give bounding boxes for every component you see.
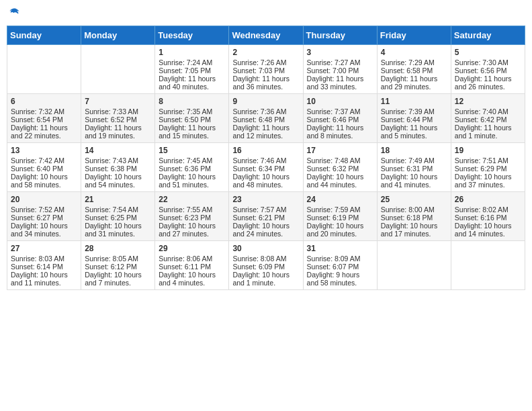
day-number: 13 — [11, 146, 77, 155]
sunset-text: Sunset: 6:12 PM — [85, 263, 137, 271]
day-number: 25 — [381, 195, 447, 204]
daylight-text: Daylight: 11 hours and 5 minutes. — [381, 124, 438, 140]
day-number: 15 — [159, 146, 225, 155]
sunset-text: Sunset: 7:05 PM — [159, 66, 211, 75]
day-number: 19 — [455, 146, 521, 155]
daylight-text: Daylight: 10 hours and 58 minutes. — [11, 173, 68, 189]
sunrise-text: Sunrise: 8:03 AM — [11, 255, 64, 263]
sunrise-text: Sunrise: 7:29 AM — [381, 58, 435, 66]
calendar-cell: 15 Sunrise: 7:45 AM Sunset: 6:36 PM Dayl… — [155, 143, 229, 192]
sunset-text: Sunset: 6:29 PM — [455, 165, 507, 173]
calendar-cell: 4 Sunrise: 7:29 AM Sunset: 6:58 PM Dayli… — [377, 45, 451, 94]
sunrise-text: Sunrise: 7:57 AM — [232, 205, 286, 214]
day-number: 14 — [85, 146, 151, 155]
calendar-cell: 31 Sunrise: 8:09 AM Sunset: 6:07 PM Dayl… — [303, 241, 377, 290]
sunrise-text: Sunrise: 7:42 AM — [11, 156, 64, 165]
calendar-cell: 13 Sunrise: 7:42 AM Sunset: 6:40 PM Dayl… — [7, 143, 81, 192]
sunrise-text: Sunrise: 7:30 AM — [455, 58, 508, 66]
calendar-cell: 21 Sunrise: 7:54 AM Sunset: 6:25 PM Dayl… — [81, 192, 155, 241]
sunset-text: Sunset: 6:36 PM — [159, 165, 211, 173]
logo-bird-icon — [8, 7, 21, 20]
calendar-cell: 19 Sunrise: 7:51 AM Sunset: 6:29 PM Dayl… — [451, 143, 525, 192]
day-number: 27 — [11, 244, 77, 253]
day-number: 17 — [307, 146, 373, 155]
daylight-text: Daylight: 10 hours and 37 minutes. — [455, 173, 512, 189]
calendar-week-row: 6 Sunrise: 7:32 AM Sunset: 6:54 PM Dayli… — [7, 94, 525, 143]
daylight-text: Daylight: 10 hours and 17 minutes. — [381, 222, 438, 238]
calendar-cell: 25 Sunrise: 8:00 AM Sunset: 6:18 PM Dayl… — [377, 192, 451, 241]
calendar-week-row: 27 Sunrise: 8:03 AM Sunset: 6:14 PM Dayl… — [7, 241, 525, 290]
sunset-text: Sunset: 6:14 PM — [11, 263, 63, 271]
calendar-cell: 12 Sunrise: 7:40 AM Sunset: 6:42 PM Dayl… — [451, 94, 525, 143]
calendar-cell: 8 Sunrise: 7:35 AM Sunset: 6:50 PM Dayli… — [155, 94, 229, 143]
day-number: 20 — [11, 195, 77, 204]
sunset-text: Sunset: 6:31 PM — [381, 165, 433, 173]
daylight-text: Daylight: 10 hours and 31 minutes. — [85, 222, 142, 238]
sunset-text: Sunset: 6:19 PM — [307, 214, 359, 222]
sunset-text: Sunset: 6:44 PM — [381, 116, 433, 124]
calendar-cell: 11 Sunrise: 7:39 AM Sunset: 6:44 PM Dayl… — [377, 94, 451, 143]
daylight-text: Daylight: 10 hours and 41 minutes. — [381, 173, 438, 189]
sunrise-text: Sunrise: 7:59 AM — [307, 205, 361, 214]
day-number: 9 — [232, 97, 299, 106]
sunrise-text: Sunrise: 7:54 AM — [85, 205, 138, 214]
sunset-text: Sunset: 6:11 PM — [159, 263, 211, 271]
column-header-tuesday: Tuesday — [155, 26, 229, 45]
calendar-cell: 27 Sunrise: 8:03 AM Sunset: 6:14 PM Dayl… — [7, 241, 81, 290]
calendar-cell: 26 Sunrise: 8:02 AM Sunset: 6:16 PM Dayl… — [451, 192, 525, 241]
sunrise-text: Sunrise: 7:46 AM — [232, 156, 286, 165]
day-number: 18 — [381, 146, 447, 155]
calendar-cell: 5 Sunrise: 7:30 AM Sunset: 6:56 PM Dayli… — [451, 45, 525, 94]
calendar-week-row: 1 Sunrise: 7:24 AM Sunset: 7:05 PM Dayli… — [7, 45, 525, 94]
daylight-text: Daylight: 10 hours and 44 minutes. — [307, 173, 364, 189]
calendar-cell — [377, 241, 451, 290]
daylight-text: Daylight: 10 hours and 14 minutes. — [455, 222, 512, 238]
sunset-text: Sunset: 6:40 PM — [11, 165, 63, 173]
column-header-saturday: Saturday — [451, 26, 525, 45]
daylight-text: Daylight: 10 hours and 4 minutes. — [159, 271, 216, 287]
day-number: 10 — [307, 97, 373, 106]
sunset-text: Sunset: 6:48 PM — [232, 116, 285, 124]
sunset-text: Sunset: 6:16 PM — [455, 214, 507, 222]
sunset-text: Sunset: 6:46 PM — [307, 116, 359, 124]
calendar-cell — [81, 45, 155, 94]
daylight-text: Daylight: 11 hours and 12 minutes. — [232, 124, 290, 140]
sunrise-text: Sunrise: 7:36 AM — [232, 107, 286, 116]
day-number: 31 — [307, 244, 373, 253]
daylight-text: Daylight: 9 hours and 58 minutes. — [307, 271, 360, 287]
sunset-text: Sunset: 6:42 PM — [455, 116, 507, 124]
sunrise-text: Sunrise: 7:32 AM — [11, 107, 64, 116]
sunset-text: Sunset: 6:54 PM — [11, 116, 63, 124]
day-number: 11 — [381, 97, 447, 106]
daylight-text: Daylight: 11 hours and 29 minutes. — [381, 75, 438, 91]
day-number: 6 — [11, 97, 77, 106]
sunrise-text: Sunrise: 7:35 AM — [159, 107, 212, 116]
day-number: 5 — [455, 48, 521, 57]
day-number: 24 — [307, 195, 373, 204]
calendar-cell: 28 Sunrise: 8:05 AM Sunset: 6:12 PM Dayl… — [81, 241, 155, 290]
daylight-text: Daylight: 11 hours and 26 minutes. — [455, 75, 512, 91]
calendar-cell: 30 Sunrise: 8:08 AM Sunset: 6:09 PM Dayl… — [229, 241, 303, 290]
daylight-text: Daylight: 10 hours and 27 minutes. — [159, 222, 216, 238]
sunset-text: Sunset: 7:03 PM — [232, 66, 285, 75]
sunrise-text: Sunrise: 8:08 AM — [232, 255, 286, 263]
calendar-cell: 17 Sunrise: 7:48 AM Sunset: 6:32 PM Dayl… — [303, 143, 377, 192]
daylight-text: Daylight: 10 hours and 48 minutes. — [232, 173, 290, 189]
day-number: 26 — [455, 195, 521, 204]
calendar-cell: 10 Sunrise: 7:37 AM Sunset: 6:46 PM Dayl… — [303, 94, 377, 143]
sunrise-text: Sunrise: 7:33 AM — [85, 107, 138, 116]
calendar-cell: 18 Sunrise: 7:49 AM Sunset: 6:31 PM Dayl… — [377, 143, 451, 192]
calendar-cell: 22 Sunrise: 7:55 AM Sunset: 6:23 PM Dayl… — [155, 192, 229, 241]
sunset-text: Sunset: 6:32 PM — [307, 165, 359, 173]
sunrise-text: Sunrise: 7:52 AM — [11, 205, 64, 214]
calendar-week-row: 20 Sunrise: 7:52 AM Sunset: 6:27 PM Dayl… — [7, 192, 525, 241]
sunrise-text: Sunrise: 7:24 AM — [159, 58, 212, 66]
calendar-header-row: SundayMondayTuesdayWednesdayThursdayFrid… — [7, 26, 525, 45]
sunrise-text: Sunrise: 8:09 AM — [307, 255, 361, 263]
day-number: 12 — [455, 97, 521, 106]
sunrise-text: Sunrise: 8:00 AM — [381, 205, 435, 214]
sunrise-text: Sunrise: 7:26 AM — [232, 58, 286, 66]
day-number: 2 — [232, 48, 299, 57]
calendar-cell: 7 Sunrise: 7:33 AM Sunset: 6:52 PM Dayli… — [81, 94, 155, 143]
sunset-text: Sunset: 6:38 PM — [85, 165, 137, 173]
